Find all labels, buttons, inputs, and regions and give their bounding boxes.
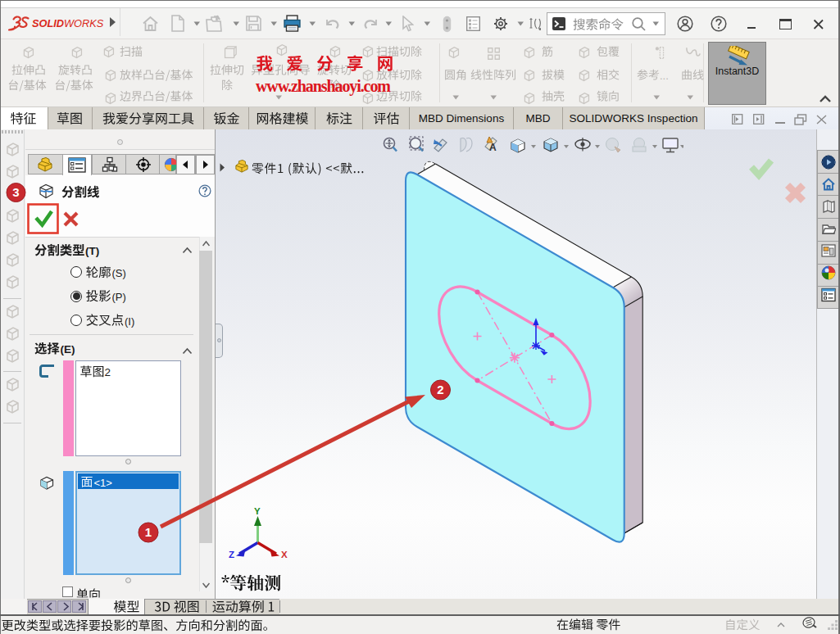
svg-text:WORKS: WORKS bbox=[64, 17, 104, 29]
svg-text:SOLID: SOLID bbox=[32, 17, 64, 29]
svg-text:A: A bbox=[489, 142, 497, 153]
